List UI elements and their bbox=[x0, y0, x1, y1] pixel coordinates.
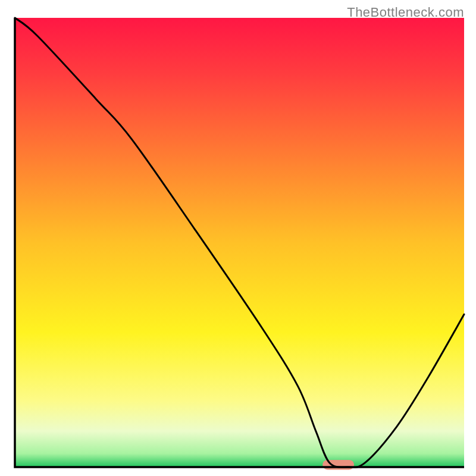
bottleneck-chart bbox=[0, 0, 476, 476]
chart-container: TheBottleneck.com bbox=[0, 0, 476, 476]
watermark-text: TheBottleneck.com bbox=[347, 5, 464, 20]
